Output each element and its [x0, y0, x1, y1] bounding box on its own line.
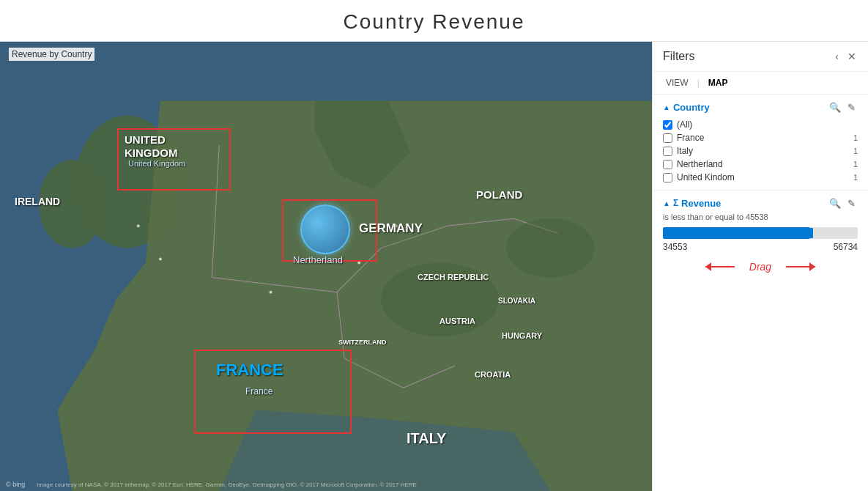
filters-title: Filters [663, 50, 695, 63]
country-filter-actions: 🔍 ✎ [828, 100, 858, 114]
filter-item-france: France 1 [663, 131, 858, 144]
country-filter-search-icon[interactable]: 🔍 [828, 100, 842, 114]
revenue-slider-values: 34553 56734 [663, 242, 858, 252]
bing-watermark: © bing [6, 481, 25, 488]
filter-checkbox-nertherland[interactable] [663, 160, 672, 169]
filters-icons: ‹ ✕ [834, 49, 858, 64]
svg-point-14 [137, 224, 140, 227]
filter-checkbox-all[interactable] [663, 120, 672, 130]
filter-item-italy: Italy 1 [663, 144, 858, 158]
revenue-slider-container: 34553 56734 [663, 227, 858, 252]
filter-item-all: (All) [663, 118, 858, 131]
filters-panel: Filters ‹ ✕ VIEW | MAP ▲ Country 🔍 ✎ [652, 42, 868, 491]
country-filter-edit-icon[interactable]: ✎ [845, 100, 858, 114]
revenue-filter-label: Revenue [681, 198, 721, 209]
drag-arrow-right-icon [786, 266, 815, 267]
drag-annotation: Drag [663, 261, 858, 273]
map-container[interactable]: Revenue by Country [0, 42, 652, 491]
revenue-filter-actions: 🔍 ✎ [828, 196, 858, 210]
map-copyright: Image courtesy of NASA, © 2017 inthemap,… [37, 481, 417, 488]
country-filter-title[interactable]: ▲ Country [663, 102, 710, 113]
main-content: Revenue by Country [0, 42, 868, 491]
collapse-panel-button[interactable]: ‹ [834, 49, 840, 64]
revenue-max-value: 56734 [834, 242, 858, 252]
country-filter-section: ▲ Country 🔍 ✎ (All) France 1 [653, 95, 868, 191]
revenue-slider-thumb[interactable] [806, 228, 813, 238]
svg-point-18 [381, 262, 499, 336]
revenue-filter-search-icon[interactable]: 🔍 [828, 196, 842, 210]
svg-point-13 [159, 257, 162, 260]
filter-item-uk: United Kindom 1 [663, 171, 858, 184]
svg-point-17 [394, 224, 397, 227]
filters-tabs: VIEW | MAP [653, 72, 868, 95]
tab-view[interactable]: VIEW [663, 76, 691, 89]
revenue-slider-fill [663, 227, 809, 239]
revenue-collapse-arrow: ▲ [663, 199, 670, 207]
revenue-min-value: 34553 [663, 242, 687, 252]
country-checkbox-list: (All) France 1 Italy 1 Nertherland 1 [663, 118, 858, 184]
tab-map[interactable]: MAP [705, 76, 731, 89]
svg-point-16 [357, 261, 360, 264]
page-title: Country Revenue [344, 10, 525, 33]
filter-checkbox-france[interactable] [663, 133, 672, 143]
filter-item-nertherland: Nertherland 1 [663, 158, 858, 171]
svg-point-15 [270, 291, 272, 294]
revenue-filter-section: ▲ Σ Revenue 🔍 ✎ is less than or equal to… [653, 191, 868, 278]
revenue-filter-edit-icon[interactable]: ✎ [845, 196, 858, 210]
filter-checkbox-uk[interactable] [663, 173, 672, 182]
revenue-filter-title[interactable]: ▲ Σ Revenue [663, 198, 721, 209]
filters-header: Filters ‹ ✕ [653, 42, 868, 72]
filter-checkbox-italy[interactable] [663, 147, 672, 156]
country-collapse-arrow: ▲ [663, 103, 670, 111]
revenue-slider-track[interactable] [663, 227, 858, 239]
drag-label: Drag [749, 261, 771, 273]
svg-point-19 [506, 218, 595, 277]
map-svg [0, 42, 652, 491]
close-panel-button[interactable]: ✕ [846, 49, 858, 64]
revenue-filter-subtitle: is less than or equal to 45538 [663, 213, 858, 221]
page-header: Country Revenue [0, 0, 868, 42]
country-filter-header: ▲ Country 🔍 ✎ [663, 100, 858, 114]
revenue-filter-header: ▲ Σ Revenue 🔍 ✎ [663, 196, 858, 210]
sigma-icon: Σ [673, 198, 678, 208]
drag-arrow-left-icon [705, 266, 735, 267]
map-label: Revenue by Country [9, 48, 94, 61]
country-filter-label: Country [673, 102, 710, 113]
svg-point-2 [39, 160, 105, 248]
